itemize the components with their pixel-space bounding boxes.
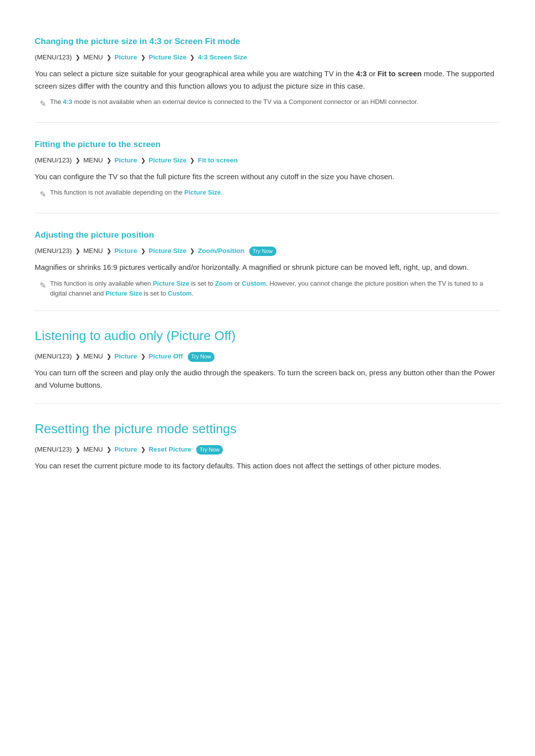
divider — [35, 122, 500, 123]
body-text-reset-picture: You can reset the current picture mode t… — [35, 460, 500, 472]
section-picture-position: Adjusting the picture position (MENU/123… — [35, 228, 500, 299]
note-text-picture-size: The 4:3 mode is not available when an ex… — [50, 97, 418, 107]
breadcrumb-picture-size: Picture Size — [149, 53, 187, 61]
chevron-icon: ❯ — [75, 248, 82, 254]
section-title-picture-off: Listening to audio only (Picture Off) — [35, 326, 500, 347]
breadcrumb-picture-size: (MENU/123) ❯ MENU ❯ Picture ❯ Picture Si… — [35, 52, 500, 63]
breadcrumb-picture: Picture — [114, 353, 137, 360]
note-icon: ✎ — [40, 279, 46, 292]
note-picture-position: ✎ This function is only available when P… — [40, 279, 500, 299]
highlight-fit-to-screen: Fit to screen — [377, 69, 422, 78]
note-text-picture-position: This function is only available when Pic… — [50, 279, 500, 299]
section-reset-picture: Resetting the picture mode settings (MEN… — [35, 419, 500, 472]
section-picture-size: Changing the picture size in 4:3 or Scre… — [35, 35, 500, 110]
breadcrumb-menu: MENU — [83, 446, 103, 453]
breadcrumb-picture: Picture — [114, 247, 137, 254]
chevron-icon: ❯ — [107, 54, 113, 61]
chevron-icon: ❯ — [107, 446, 113, 453]
breadcrumb-menu: MENU — [83, 156, 103, 164]
divider — [35, 310, 500, 311]
chevron-icon: ❯ — [190, 54, 196, 61]
highlight-custom-2: Custom — [168, 290, 192, 297]
chevron-icon: ❯ — [190, 157, 196, 164]
body-text-picture-size: You can select a picture size suitable f… — [35, 68, 500, 93]
breadcrumb-picture: Picture — [114, 446, 137, 453]
section-fit-screen: Fitting the picture to the screen (MENU/… — [35, 138, 500, 201]
highlight-43-note: 4:3 — [63, 98, 72, 105]
highlight-43: 4:3 — [356, 69, 367, 78]
breadcrumb-picture-off: Picture Off — [149, 353, 183, 360]
note-picture-size: ✎ The 4:3 mode is not available when an … — [40, 97, 500, 110]
body-text-picture-off: You can turn off the screen and play onl… — [35, 367, 500, 392]
breadcrumb-43-screen-size: 4:3 Screen Size — [198, 53, 247, 61]
highlight-picture-size: Picture Size — [184, 189, 221, 196]
section-title-fit-screen: Fitting the picture to the screen — [35, 138, 500, 151]
chevron-icon: ❯ — [75, 353, 82, 360]
breadcrumb-picture-size: Picture Size — [149, 156, 187, 164]
note-fit-screen: ✎ This function is not available dependi… — [40, 188, 500, 201]
note-icon: ✎ — [40, 98, 46, 110]
page-content: Changing the picture size in 4:3 or Scre… — [35, 35, 500, 472]
highlight-picture-size-2: Picture Size — [106, 290, 142, 297]
chevron-icon: ❯ — [190, 248, 196, 254]
section-picture-off: Listening to audio only (Picture Off) (M… — [35, 326, 500, 392]
breadcrumb-menu123: (MENU/123) — [35, 247, 72, 254]
try-now-badge-reset-picture[interactable]: Try Now — [196, 445, 223, 455]
highlight-custom-1: Custom — [242, 280, 266, 287]
chevron-icon: ❯ — [75, 157, 82, 164]
breadcrumb-picture: Picture — [114, 53, 137, 61]
breadcrumb-menu: MENU — [83, 247, 103, 254]
breadcrumb-zoom-position: Zoom/Position — [198, 247, 245, 254]
breadcrumb-picture-off: (MENU/123) ❯ MENU ❯ Picture ❯ Picture Of… — [35, 351, 500, 362]
chevron-icon: ❯ — [141, 248, 147, 254]
highlight-zoom: Zoom — [215, 280, 232, 287]
breadcrumb-menu123: (MENU/123) — [35, 353, 72, 360]
divider — [35, 403, 500, 404]
chevron-icon: ❯ — [107, 353, 113, 360]
chevron-icon: ❯ — [75, 54, 82, 61]
breadcrumb-picture: Picture — [114, 156, 137, 164]
breadcrumb-menu: MENU — [83, 53, 103, 61]
breadcrumb-menu: MENU — [83, 353, 103, 360]
breadcrumb-menu123: (MENU/123) — [35, 156, 72, 164]
breadcrumb-picture-size: Picture Size — [149, 247, 187, 254]
breadcrumb-picture-position: (MENU/123) ❯ MENU ❯ Picture ❯ Picture Si… — [35, 246, 500, 256]
divider — [35, 213, 500, 213]
chevron-icon: ❯ — [141, 157, 147, 164]
try-now-badge-picture-off[interactable]: Try Now — [188, 352, 215, 362]
breadcrumb-fit-to-screen: Fit to screen — [198, 156, 238, 164]
breadcrumb-fit-screen: (MENU/123) ❯ MENU ❯ Picture ❯ Picture Si… — [35, 155, 500, 166]
section-title-picture-position: Adjusting the picture position — [35, 228, 500, 242]
chevron-icon: ❯ — [107, 248, 113, 254]
chevron-icon: ❯ — [141, 446, 147, 453]
section-title-picture-size: Changing the picture size in 4:3 or Scre… — [35, 35, 500, 48]
breadcrumb-reset-picture: Reset Picture — [149, 446, 191, 453]
body-text-fit-screen: You can configure the TV so that the ful… — [35, 171, 500, 183]
breadcrumb-menu123: (MENU/123) — [35, 446, 72, 453]
note-text-fit-screen: This function is not available depending… — [50, 188, 222, 198]
note-icon: ✎ — [40, 188, 46, 201]
try-now-badge-position[interactable]: Try Now — [249, 247, 276, 256]
highlight-picture-size-1: Picture Size — [153, 280, 189, 287]
chevron-icon: ❯ — [75, 446, 82, 453]
body-text-picture-position: Magnifies or shrinks 16:9 pictures verti… — [35, 261, 500, 274]
section-title-reset-picture: Resetting the picture mode settings — [35, 419, 500, 440]
breadcrumb-reset-picture: (MENU/123) ❯ MENU ❯ Picture ❯ Reset Pict… — [35, 444, 500, 455]
chevron-icon: ❯ — [141, 54, 147, 61]
breadcrumb-menu123: (MENU/123) — [35, 53, 72, 61]
chevron-icon: ❯ — [141, 353, 147, 360]
chevron-icon: ❯ — [107, 157, 113, 164]
